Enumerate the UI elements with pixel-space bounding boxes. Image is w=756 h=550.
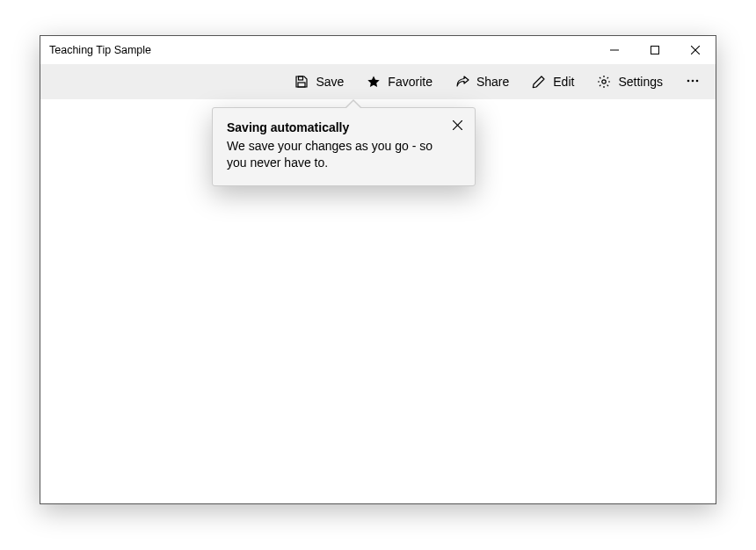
teaching-tip: Saving automatically We save your change… (212, 107, 476, 186)
svg-point-8 (692, 79, 694, 82)
content-area: Saving automatically We save your change… (40, 99, 716, 503)
favorite-label: Favorite (388, 75, 433, 89)
svg-rect-4 (299, 76, 303, 80)
minimize-icon (610, 46, 619, 54)
title-bar: Teaching Tip Sample (40, 36, 716, 64)
close-button[interactable] (675, 36, 716, 64)
svg-point-6 (602, 80, 606, 83)
save-button[interactable]: Save (284, 66, 354, 98)
window-title: Teaching Tip Sample (49, 44, 151, 56)
maximize-button[interactable] (635, 36, 675, 64)
share-button[interactable]: Share (445, 66, 520, 98)
command-bar: Save Favorite Share (40, 64, 716, 99)
more-icon (686, 74, 700, 90)
window-controls (594, 36, 716, 64)
app-window: Teaching Tip Sample (40, 35, 716, 504)
svg-rect-5 (298, 83, 305, 87)
settings-button[interactable]: Settings (586, 66, 673, 98)
maximize-icon (651, 46, 659, 54)
close-icon (453, 119, 462, 133)
star-icon (367, 75, 381, 89)
close-icon (691, 46, 700, 54)
teaching-tip-close-button[interactable] (447, 115, 468, 136)
settings-label: Settings (618, 75, 663, 89)
teaching-tip-subtitle: We save your changes as you go - so you … (227, 138, 440, 171)
minimize-button[interactable] (594, 36, 635, 64)
gear-icon (597, 75, 611, 89)
svg-point-9 (696, 79, 699, 82)
svg-rect-1 (651, 47, 659, 54)
edit-label: Edit (553, 75, 574, 89)
favorite-button[interactable]: Favorite (356, 66, 443, 98)
share-icon (455, 75, 469, 89)
save-icon (294, 75, 309, 89)
edit-button[interactable]: Edit (521, 66, 585, 98)
share-label: Share (476, 75, 509, 89)
svg-point-7 (687, 79, 690, 82)
save-label: Save (316, 75, 344, 89)
teaching-tip-title: Saving automatically (227, 120, 440, 134)
edit-icon (532, 75, 546, 89)
more-button[interactable] (675, 66, 710, 98)
